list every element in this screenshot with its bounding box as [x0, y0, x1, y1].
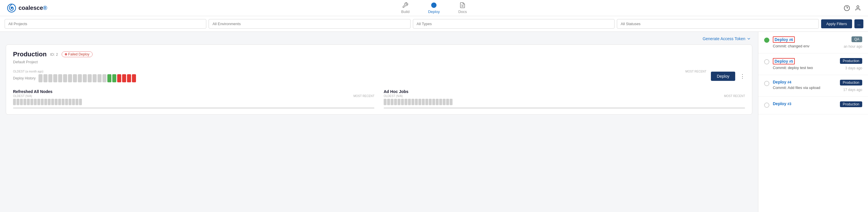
adhoc-title: Ad Hoc Jobs	[384, 89, 745, 94]
nav-right	[844, 5, 861, 11]
left-panel: Generate Access Token Production ID: 2 F…	[0, 32, 758, 212]
filter-more-button[interactable]: ...	[855, 20, 863, 28]
sub-bar	[415, 99, 418, 105]
refreshed-oldest: OLDEST (N/A)	[13, 95, 32, 98]
sub-bar	[394, 99, 397, 105]
nav-docs[interactable]: Docs	[456, 1, 469, 15]
logo[interactable]: coalesce®	[7, 3, 47, 13]
sub-bar	[72, 99, 75, 105]
sub-bar	[37, 99, 40, 105]
deploy-item-title-row: Deploy #4	[773, 80, 836, 84]
deploy-item-name[interactable]: Deploy #4	[773, 80, 791, 84]
deploy-env-badge: QA	[851, 36, 862, 42]
failed-dot	[65, 53, 67, 56]
history-bars-row: Deploy History	[13, 74, 706, 82]
deploy-radio[interactable]	[764, 59, 769, 64]
sub-bar	[79, 99, 82, 105]
deploy-env-badge: Production	[840, 58, 862, 64]
deploy-radio[interactable]	[764, 38, 769, 43]
deploy-item-right-col: Production17 days ago	[840, 80, 862, 92]
sub-bar	[387, 99, 390, 105]
chevron-down-icon	[746, 36, 751, 41]
deploy-item-name[interactable]: Deploy #5	[773, 58, 795, 64]
adhoc-bars	[384, 99, 745, 105]
history-bar-gray	[38, 74, 42, 82]
refreshed-bars	[13, 99, 374, 105]
sub-bar	[17, 99, 20, 105]
history-bar-gray	[83, 74, 87, 82]
history-bar-gray	[73, 74, 77, 82]
sub-bar	[436, 99, 439, 105]
sub-bar	[450, 99, 453, 105]
env-name: Production	[13, 50, 46, 58]
help-icon[interactable]	[844, 5, 850, 11]
refreshed-nodes-section: Refreshed All Nodes OLDEST (N/A) MOST RE…	[13, 89, 374, 109]
history-bar-gray	[97, 74, 101, 82]
sub-bar	[41, 99, 44, 105]
sub-bar	[404, 99, 407, 105]
refreshed-labels: OLDEST (N/A) MOST RECENT	[13, 95, 374, 98]
deploy-radio[interactable]	[764, 103, 769, 108]
deploy-item-name[interactable]: Deploy #6	[773, 36, 795, 43]
apply-filters-button[interactable]: Apply Filters	[821, 20, 852, 28]
deploy-env-badge: Production	[840, 80, 862, 85]
deploy-item-right-col: Production	[840, 101, 862, 109]
history-bar-gray	[93, 74, 97, 82]
build-icon	[402, 2, 408, 8]
deploy-history-label: Deploy History	[13, 76, 36, 80]
more-options-button[interactable]: ⋮	[740, 73, 745, 79]
deploy-item-name[interactable]: Deploy #3	[773, 101, 791, 106]
sub-bar	[422, 99, 425, 105]
failed-label: Failed Deploy	[68, 52, 89, 56]
deploy-item-time: 3 days ago	[845, 66, 862, 70]
deploy-item-number: #5	[789, 60, 793, 64]
history-bar-red	[117, 74, 121, 82]
history-bar-red	[132, 74, 136, 82]
adhoc-recent: MOST RECENT	[724, 95, 745, 98]
refreshed-recent: MOST RECENT	[353, 95, 374, 98]
deploy-item-commit: Commit: Add files via upload	[773, 85, 836, 90]
deploy-item-title-row: Deploy #6	[773, 36, 840, 43]
sub-bar	[391, 99, 394, 105]
history-bar-gray	[63, 74, 67, 82]
sub-bar	[34, 99, 37, 105]
sub-bar	[401, 99, 404, 105]
sub-bar	[439, 99, 442, 105]
refreshed-title: Refreshed All Nodes	[13, 89, 374, 94]
docs-label: Docs	[458, 9, 467, 14]
adhoc-labels: OLDEST (N/A) MOST RECENT	[384, 95, 745, 98]
deploy-radio[interactable]	[764, 81, 769, 86]
statuses-filter[interactable]	[617, 19, 818, 29]
user-icon[interactable]	[855, 5, 861, 11]
nav-build[interactable]: Build	[399, 1, 412, 15]
deploy-item-number: #4	[787, 80, 791, 84]
deploy-item-body: Deploy #6Commit: changed env	[773, 36, 840, 48]
environments-filter[interactable]	[209, 19, 410, 29]
types-filter[interactable]	[413, 19, 615, 29]
history-bar-green	[107, 74, 112, 82]
docs-icon	[460, 2, 466, 8]
projects-filter[interactable]	[5, 19, 206, 29]
deploy-button[interactable]: Deploy	[711, 72, 735, 81]
sub-bar	[69, 99, 71, 105]
history-bar-gray	[68, 74, 72, 82]
build-label: Build	[401, 9, 409, 14]
sub-bar	[58, 99, 61, 105]
deploy-item-title-row: Deploy #5	[773, 58, 836, 64]
history-bar-green	[112, 74, 116, 82]
svg-point-1	[11, 7, 12, 9]
svg-point-6	[857, 5, 859, 7]
deploy-history-row: OLDEST (a month ago) MOST RECENT Deploy …	[13, 70, 745, 82]
deploy-item-number: #3	[787, 102, 791, 106]
refreshed-scrollbar	[13, 107, 374, 109]
deploy-item-number: #6	[789, 38, 793, 42]
generate-token-link[interactable]: Generate Access Token	[703, 36, 751, 41]
history-bar-red	[127, 74, 131, 82]
deploy-item-commit: Commit: deploy test two	[773, 66, 836, 70]
sub-bar	[398, 99, 400, 105]
failed-badge: Failed Deploy	[62, 51, 93, 57]
deploy-item-title-row: Deploy #3	[773, 101, 836, 106]
sub-bar	[446, 99, 449, 105]
nav-deploy[interactable]: Deploy	[426, 1, 442, 15]
deploy-label: Deploy	[428, 9, 439, 14]
